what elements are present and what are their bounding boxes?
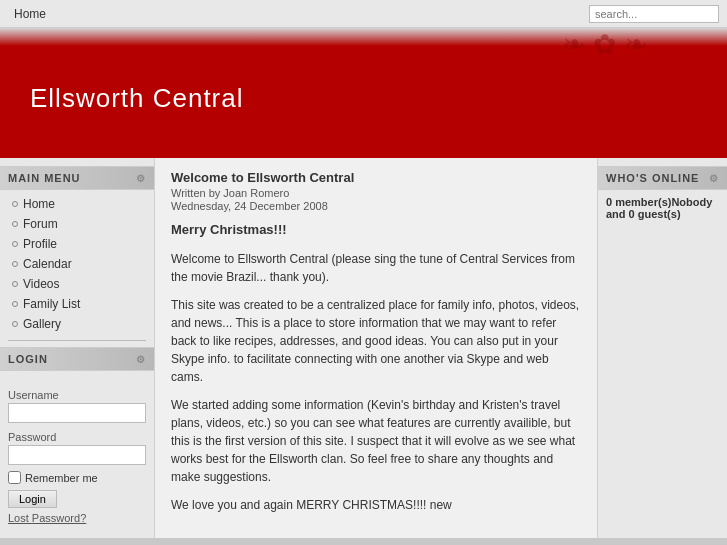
sidebar-item-videos[interactable]: Videos	[0, 274, 154, 294]
lost-password-link[interactable]: Lost Password?	[8, 512, 146, 524]
remember-row: Remember me	[8, 471, 146, 484]
nav-home-link[interactable]: Home	[8, 5, 52, 23]
content-title: Welcome to Ellsworth Central	[171, 170, 581, 185]
content-para-1: Welcome to Ellsworth Central (please sin…	[171, 250, 581, 286]
content-para-2: This site was created to be a centralize…	[171, 296, 581, 386]
content-author: Written by Joan Romero	[171, 187, 581, 199]
bullet-icon	[12, 301, 18, 307]
left-sidebar: MAIN MENU Home Forum Profile Calendar Vi…	[0, 158, 155, 538]
content-body: Merry Christmas!!! Welcome to Ellsworth …	[171, 220, 581, 514]
password-input[interactable]	[8, 445, 146, 465]
bullet-icon	[12, 241, 18, 247]
sidebar-item-calendar[interactable]: Calendar	[0, 254, 154, 274]
main-layout: MAIN MENU Home Forum Profile Calendar Vi…	[0, 158, 727, 538]
site-title: Ellsworth Central	[30, 83, 244, 114]
content-date: Wednesday, 24 December 2008	[171, 200, 581, 212]
footer	[0, 538, 727, 545]
username-input[interactable]	[8, 403, 146, 423]
sidebar-item-forum[interactable]: Forum	[0, 214, 154, 234]
whos-online-header: WHO'S ONLINE	[598, 166, 727, 190]
search-input[interactable]	[589, 5, 719, 23]
login-section-header: LOGIN	[0, 347, 154, 371]
bullet-icon	[12, 221, 18, 227]
bullet-icon	[12, 321, 18, 327]
content-para-3: We started adding some information (Kevi…	[171, 396, 581, 486]
sidebar-item-home[interactable]: Home	[0, 194, 154, 214]
content-para-4: We love you and again MERRY CHRISTMAS!!!…	[171, 496, 581, 514]
right-sidebar: WHO'S ONLINE 0 member(s)Nobody and 0 gue…	[597, 158, 727, 538]
login-section: Username Password Remember me Login Lost…	[0, 379, 154, 528]
remember-checkbox[interactable]	[8, 471, 21, 484]
main-menu-header: MAIN MENU	[0, 166, 154, 190]
bullet-icon	[12, 261, 18, 267]
header-decor-icon: ❧ ✿ ❧	[562, 28, 647, 61]
bullet-icon	[12, 201, 18, 207]
header-banner: ❧ ✿ ❧ Ellsworth Central	[0, 28, 727, 158]
login-button[interactable]: Login	[8, 490, 57, 508]
merry-christmas-text: Merry Christmas!!!	[171, 220, 581, 240]
main-content: Welcome to Ellsworth Central Written by …	[155, 158, 597, 538]
sidebar-item-family-list[interactable]: Family List	[0, 294, 154, 314]
username-label: Username	[8, 389, 146, 401]
remember-label: Remember me	[25, 472, 98, 484]
sidebar-item-gallery[interactable]: Gallery	[0, 314, 154, 334]
password-label: Password	[8, 431, 146, 443]
sidebar-divider	[8, 340, 146, 341]
top-nav-bar: Home	[0, 0, 727, 28]
sidebar-item-profile[interactable]: Profile	[0, 234, 154, 254]
online-status: 0 member(s)Nobody and 0 guest(s)	[598, 196, 727, 220]
bullet-icon	[12, 281, 18, 287]
